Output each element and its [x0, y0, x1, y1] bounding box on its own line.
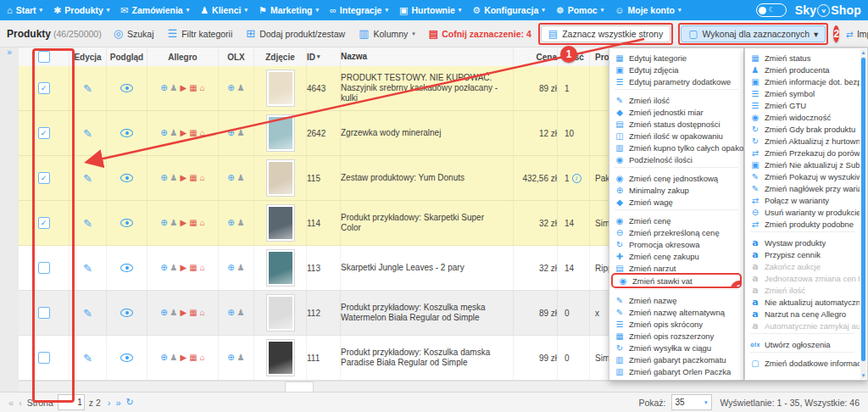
allegro-auction-icon[interactable]: ♟	[170, 264, 178, 272]
row-name[interactable]: Zgrzewka wody mineralnej	[341, 111, 514, 155]
select-all-pages-button[interactable]: ▤ Zaznacz wszystkie strony	[541, 25, 670, 42]
nav-item-pomoc[interactable]: ☸Pomoc▾	[556, 5, 604, 16]
header-price[interactable]: Cena	[514, 47, 558, 66]
row-checkbox[interactable]	[38, 262, 50, 274]
product-thumbnail[interactable]	[266, 249, 295, 287]
olx-listing-icon[interactable]: ♟	[237, 309, 245, 317]
nav-item-zam-wienia[interactable]: ✉Zamówienia▾	[120, 5, 189, 16]
edit-pencil-icon[interactable]: ✎	[83, 307, 92, 320]
header-olx[interactable]: OLX	[219, 47, 254, 66]
info-icon[interactable]: i	[572, 174, 581, 183]
menu-item-zmie-pokazuj-w-wyszukiwarce[interactable]: ✎Zmień Pokazuj w wyszukiwarce	[745, 170, 860, 182]
allegro-house-icon[interactable]: ⌂	[200, 354, 205, 362]
allegro-add-icon[interactable]: ⊕	[160, 264, 167, 272]
allegro-auction-icon[interactable]: ♟	[170, 354, 178, 362]
olx-listing-icon[interactable]: ♟	[237, 219, 245, 227]
product-thumbnail[interactable]	[266, 114, 295, 152]
allegro-auction-icon[interactable]: ♟	[170, 219, 178, 227]
allegro-house-icon[interactable]: ⌂	[200, 129, 205, 137]
scrollbar[interactable]: ▲ ▼	[860, 49, 866, 379]
kolumny-button[interactable]: ▥Kolumny▾	[359, 27, 415, 40]
olx-listing-icon[interactable]: ♟	[237, 174, 245, 182]
menu-item-zmie-przekre-lon-cen[interactable]: ⊖Zmień przekreśloną cenę	[609, 226, 743, 238]
olx-listing-icon[interactable]: ♟	[237, 354, 245, 362]
menu-item-zmie-gtu[interactable]: ☰Zmień GTU	[745, 99, 860, 111]
menu-item-edytuj-kategorie[interactable]: ▦Edytuj kategorie	[609, 52, 743, 64]
collapse-panel-strip[interactable]: »	[0, 47, 19, 392]
olx-add-icon[interactable]: ⊕	[227, 174, 234, 182]
filtr-kategorii-button[interactable]: ☰Filtr kategorii	[168, 27, 233, 40]
menu-item-zmie-gdy-brak-produktu[interactable]: ↻Zmień Gdy brak produktu	[745, 123, 860, 135]
olx-add-icon[interactable]: ⊕	[227, 129, 234, 137]
menu-item-zmie-kupno-tylko-ca-ych-opakowa[interactable]: ▥Zmień kupno tylko całych opakowań	[609, 142, 743, 153]
menu-item-zmie-stawki-vat[interactable]: ◉Zmień stawki vat3	[611, 273, 742, 288]
page-size-select[interactable]: 35 ▾	[671, 394, 712, 410]
edit-pencil-icon[interactable]: ✎	[83, 127, 92, 140]
product-thumbnail[interactable]	[266, 339, 295, 376]
menu-item-zmie-wysy-ka-w-ci-gu[interactable]: ↻Zmień wysyłka w ciągu	[609, 342, 743, 354]
allegro-delivery-icon[interactable]: ▶	[181, 309, 187, 317]
allegro-add-icon[interactable]: ⊕	[160, 309, 167, 317]
menu-item-zmie-dodatkowe-informacje[interactable]: ▢Zmień dodatkowe informacje	[745, 357, 860, 369]
menu-item-zmie-cen-zakupu[interactable]: ✚Zmień cenę zakupu	[609, 250, 743, 262]
nav-item-klienci[interactable]: ♟Klienci▾	[200, 5, 248, 16]
allegro-stock-icon[interactable]: ▦	[189, 309, 197, 317]
header-allegro[interactable]: Allegro	[147, 47, 219, 66]
row-checkbox[interactable]: ✓	[38, 217, 50, 229]
menu-item-zmie-cen[interactable]: ◉Zmień cenę	[609, 214, 743, 226]
menu-item-narzut-na-cen-allegro[interactable]: aNarzut na cenę Allegro	[745, 308, 860, 320]
menu-item-zmie-status-dost-pno-ci[interactable]: ▤Zmień status dostępności	[609, 118, 743, 130]
nav-item-produkty[interactable]: ✱Produkty▾	[53, 5, 109, 16]
allegro-delivery-icon[interactable]: ▶	[181, 264, 187, 272]
menu-item-przypisz-cennik[interactable]: aPrzypisz cennik	[745, 248, 860, 260]
product-thumbnail[interactable]	[266, 159, 295, 197]
allegro-auction-icon[interactable]: ♟	[170, 84, 178, 92]
header-preview[interactable]: Podgląd	[107, 47, 147, 66]
row-name[interactable]: Produkt przykładowy: Koszulka męska Wate…	[341, 291, 514, 335]
allegro-stock-icon[interactable]: ▦	[189, 129, 197, 137]
menu-item-usu-warianty-w-produkcie[interactable]: ⊖Usuń warianty w produkcie	[745, 206, 860, 218]
header-id[interactable]: ID▾	[307, 47, 341, 66]
menu-item-podzielno-ilo-ci[interactable]: ◉Podzielność ilości	[609, 153, 743, 165]
nav-item-start[interactable]: ⌂Start▾	[7, 5, 42, 16]
allegro-add-icon[interactable]: ⊕	[160, 354, 167, 362]
menu-item-zmie-wag[interactable]: ◆Zmień wagę	[609, 196, 743, 208]
edit-pencil-icon[interactable]: ✎	[83, 352, 92, 365]
preview-eye-icon[interactable]	[120, 129, 133, 137]
menu-item-edytuj-zdj-cia[interactable]: ▣Edytuj zdjęcia	[609, 64, 743, 75]
row-name[interactable]: Produkt przykładowy: Koszulka damska Par…	[341, 336, 514, 380]
preview-eye-icon[interactable]	[120, 174, 133, 182]
menu-item-zmie-nazw-alternatywn[interactable]: ✎Zmień nazwę alternatywną	[609, 306, 743, 318]
last-page-button[interactable]: »	[115, 398, 120, 408]
allegro-stock-icon[interactable]: ▦	[189, 354, 197, 362]
menu-item-nie-aktualizuj-automatycznie[interactable]: aNie aktualizuj automatycznie	[745, 296, 860, 308]
preview-eye-icon[interactable]	[120, 219, 133, 227]
menu-item-zmie-gabaryt-orlen-paczka[interactable]: ▥Zmień gabaryt Orlen Paczka	[609, 365, 743, 377]
row-checkbox[interactable]	[38, 352, 50, 364]
row-name[interactable]: Zestaw produktowy: Yum Donuts	[341, 156, 514, 200]
select-all-checkbox[interactable]	[38, 51, 50, 63]
allegro-stock-icon[interactable]: ▦	[189, 219, 197, 227]
olx-listing-icon[interactable]: ♟	[237, 264, 245, 272]
menu-item-zmie-nag-wek-przy-wariantach[interactable]: ✎Zmień nagłówek przy wariantach	[745, 182, 860, 194]
allegro-add-icon[interactable]: ⊕	[160, 84, 167, 92]
allegro-house-icon[interactable]: ⌂	[200, 264, 205, 272]
first-page-button[interactable]: «	[8, 398, 14, 408]
olx-add-icon[interactable]: ⊕	[227, 84, 234, 92]
allegro-auction-icon[interactable]: ♟	[170, 309, 178, 317]
allegro-house-icon[interactable]: ⌂	[200, 219, 205, 227]
allegro-delivery-icon[interactable]: ▶	[181, 84, 187, 92]
allegro-delivery-icon[interactable]: ▶	[181, 354, 187, 362]
scroll-up-icon[interactable]: ▲	[860, 50, 866, 55]
olx-add-icon[interactable]: ⊕	[227, 354, 234, 362]
menu-item-zmie-ilo-w-opakowaniu[interactable]: ◫Zmień ilość w opakowaniu	[609, 130, 743, 142]
menu-item-zmie-opis-rozszerzony[interactable]: ▦Zmień opis rozszerzony	[609, 330, 743, 342]
menu-item-zmie-status[interactable]: ▦Zmień status	[745, 52, 860, 64]
execute-for-selected-button[interactable]: ▢ Wykonaj dla zaznaczonych ▾	[681, 25, 826, 42]
allegro-stock-icon[interactable]: ▦	[189, 84, 197, 92]
menu-item-zmie-nazw[interactable]: ✎Zmień nazwę	[609, 294, 743, 306]
edit-pencil-icon[interactable]: ✎	[83, 172, 92, 185]
menu-item-zmie-nie-aktualizuj-z-subiekta[interactable]: ▣Zmień Nie aktualizuj z Subiekta	[745, 159, 860, 170]
preview-eye-icon[interactable]	[120, 354, 133, 362]
menu-item-zmie-produkty-podobne[interactable]: ⇄Zmień produkty podobne	[745, 218, 860, 230]
